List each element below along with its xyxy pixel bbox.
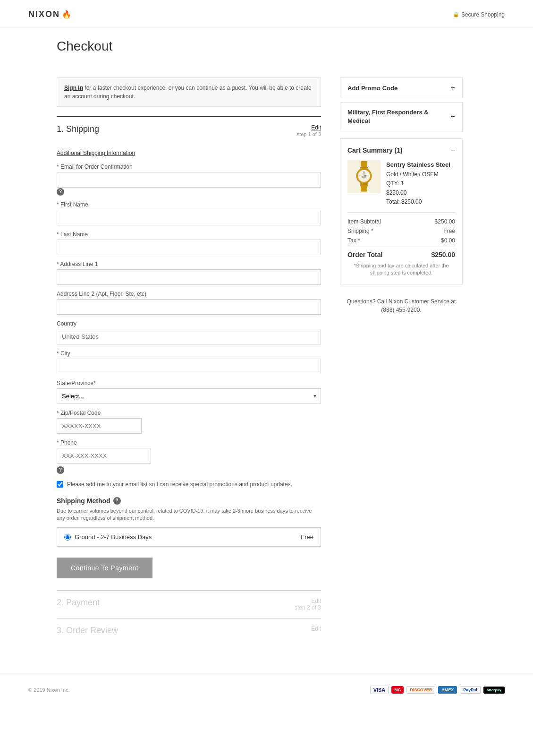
shipping-option-price: Free [301, 533, 313, 541]
svg-rect-14 [360, 185, 368, 187]
shipping-option-label: Ground - 2-7 Business Days [75, 533, 152, 541]
payment-edit-label: Edit [311, 598, 321, 604]
state-group: State/Province* Select... Alabama Alaska… [57, 380, 321, 404]
phone-input[interactable] [57, 448, 151, 464]
cart-collapse-button[interactable]: − [451, 146, 455, 155]
order-summary: Item Subtotal $250.00 Shipping * Free Ta… [347, 212, 455, 277]
address1-input[interactable] [57, 269, 321, 285]
lock-icon: 🔒 [453, 11, 459, 17]
subtotal-label: Item Subtotal [347, 218, 381, 225]
shipping-method-help-icon[interactable]: ? [113, 497, 121, 505]
email-help-icon[interactable]: ? [57, 188, 64, 196]
address1-group: * Address Line 1 [57, 261, 321, 285]
cart-item-variant: Gold / White / OSFM [386, 170, 450, 179]
zip-label: * Zip/Postal Code [57, 410, 321, 416]
first-name-group: * First Name [57, 201, 321, 225]
military-label: Military, First Responders & Medical [347, 108, 451, 125]
phone-group: * Phone ? [57, 439, 321, 474]
flame-icon: 🔥 [62, 10, 72, 19]
svg-text:3: 3 [368, 175, 369, 177]
phone-help-icon[interactable]: ? [57, 466, 64, 474]
signin-link[interactable]: Sign In [64, 85, 83, 91]
svg-rect-11 [360, 167, 368, 169]
country-label: Country [57, 320, 321, 327]
zip-input[interactable] [57, 418, 142, 434]
logo-text: NIXON [28, 9, 60, 19]
right-column: Add Promo Code + Military, First Respond… [340, 77, 463, 643]
shipping-value: Free [443, 228, 455, 234]
cart-item-total: Total: $250.00 [386, 198, 450, 206]
address2-group: Address Line 2 (Apt, Floor, Ste, etc) [57, 291, 321, 315]
tax-value: $0.00 [441, 237, 455, 244]
last-name-input[interactable] [57, 240, 321, 255]
cart-item-image: 12 6 9 3 NIXON [347, 160, 381, 193]
last-name-group: * Last Name [57, 231, 321, 255]
visa-icon: VISA [370, 686, 389, 694]
signin-text: for a faster checkout experience, or you… [64, 85, 312, 100]
first-name-label: * First Name [57, 201, 321, 208]
shipping-title: 1. Shipping [57, 124, 99, 134]
payment-edit: Edit step 2 of 3 [295, 598, 321, 611]
email-input[interactable] [57, 172, 321, 188]
email-label: * Email for Order Confirmation [57, 163, 321, 170]
military-plus-icon: + [451, 112, 455, 121]
shipping-option-ground[interactable]: Ground - 2-7 Business Days Free [57, 527, 321, 547]
covid-notice: Due to carrier volumes beyond our contro… [57, 507, 321, 522]
shipping-radio[interactable] [64, 534, 71, 541]
cart-item-price: $250.00 [386, 189, 450, 198]
mastercard-icon: MC [391, 686, 404, 694]
payment-section: 2. Payment Edit step 2 of 3 [57, 590, 321, 618]
additional-shipping-link[interactable]: Additional Shipping Information [57, 150, 135, 156]
watch-svg: 12 6 9 3 NIXON [350, 160, 378, 193]
phone-label: * Phone [57, 439, 321, 446]
header: NIXON 🔥 🔒 Secure Shopping [0, 0, 533, 29]
cart-item-qty: QTY: 1 [386, 179, 450, 188]
city-label: * City [57, 350, 321, 357]
last-name-label: * Last Name [57, 231, 321, 238]
city-input[interactable] [57, 359, 321, 374]
left-column: Sign In for a faster checkout experience… [57, 77, 321, 643]
cart-item-details: Sentry Stainless Steel Gold / White / OS… [386, 160, 450, 206]
svg-rect-13 [360, 183, 368, 185]
footer: © 2019 Nixon Inc. VISA MC DISCOVER AMEX … [0, 676, 533, 704]
payment-step: step 2 of 3 [295, 604, 321, 611]
email-optin-checkbox[interactable] [57, 481, 63, 488]
zip-group: * Zip/Postal Code [57, 410, 321, 434]
shipping-edit: Edit step 1 of 3 [297, 124, 321, 137]
signin-banner: Sign In for a faster checkout experience… [57, 77, 321, 107]
address2-input[interactable] [57, 299, 321, 315]
secure-shopping: 🔒 Secure Shopping [453, 11, 505, 18]
military-section[interactable]: Military, First Responders & Medical + [340, 102, 463, 131]
promo-plus-icon: + [451, 84, 455, 92]
cart-item-name: Sentry Stainless Steel [386, 160, 450, 170]
first-name-input[interactable] [57, 210, 321, 225]
shipping-edit-link[interactable]: Edit [297, 124, 321, 131]
state-select[interactable]: Select... Alabama Alaska Arizona Califor… [57, 388, 321, 404]
order-total-value: $250.00 [431, 251, 455, 258]
shipping-label: Shipping * [347, 228, 373, 234]
order-review-section: 3. Order Review Edit [57, 618, 321, 643]
tax-label: Tax * [347, 237, 360, 244]
secure-label: Secure Shopping [461, 11, 505, 18]
order-review-edit: Edit [311, 626, 321, 632]
amex-icon: AMEX [438, 686, 457, 694]
summary-note: *Shipping and tax are calculated after t… [347, 262, 455, 277]
country-input[interactable] [57, 329, 321, 344]
tax-row: Tax * $0.00 [347, 237, 455, 244]
shipping-step: step 1 of 3 [297, 131, 321, 137]
order-review-edit-label: Edit [311, 626, 321, 632]
svg-rect-10 [361, 186, 367, 192]
cart-item: 12 6 9 3 NIXON [347, 160, 455, 206]
discover-icon: DISCOVER [406, 686, 435, 694]
order-total-row: Order Total $250.00 [347, 247, 455, 258]
order-total-label: Order Total [347, 251, 382, 258]
subtotal-row: Item Subtotal $250.00 [347, 218, 455, 225]
shipping-row: Shipping * Free [347, 228, 455, 234]
continue-to-payment-button[interactable]: Continue To Payment [57, 558, 152, 578]
logo: NIXON 🔥 [28, 9, 72, 19]
svg-text:6: 6 [364, 178, 364, 180]
payment-title: 2. Payment [57, 598, 100, 608]
state-select-wrapper: Select... Alabama Alaska Arizona Califor… [57, 388, 321, 404]
promo-section[interactable]: Add Promo Code + [340, 77, 463, 98]
address1-label: * Address Line 1 [57, 261, 321, 267]
